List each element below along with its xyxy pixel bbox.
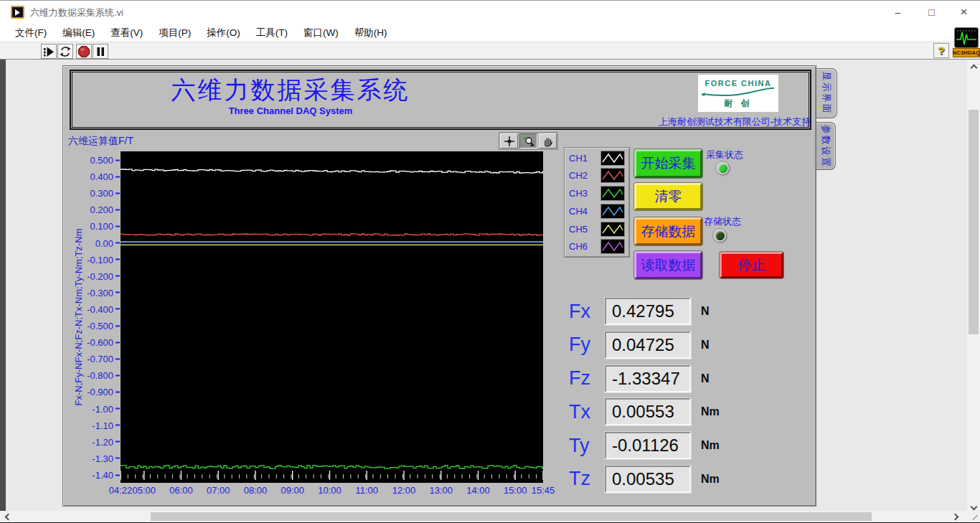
x-tick: 05:00 [132,485,156,496]
legend-item[interactable]: CH4 [569,203,625,219]
readout-unit: Nm [701,439,720,452]
vertical-scroll-thumb[interactable] [969,110,979,334]
legend-item[interactable]: CH1 [569,150,625,166]
readout-value-box: -0.01126 [605,432,691,459]
readout-value-box: 0.00535 [605,466,691,493]
company-logo: FORCE CHINA 耐 创 [698,75,778,112]
store-status-led [712,228,727,242]
zero-button[interactable]: 清零 [634,183,702,210]
x-tick: 14:00 [466,485,490,496]
y-tick: -0.400 [87,303,120,314]
scroll-up-arrow[interactable] [969,62,979,72]
readout-row-tz: Tz0.00535Nm [569,466,720,493]
zoom-tool-icon: + [522,136,535,147]
stop-button[interactable]: 停止 [720,252,783,278]
horizontal-scroll-thumb[interactable] [151,512,872,521]
legend-swatch[interactable] [600,186,625,201]
context-help-button[interactable]: ? [933,43,949,58]
legend-swatch[interactable] [600,168,625,183]
zoom-tool-button[interactable]: + [519,133,537,149]
legend-swatch[interactable] [600,151,625,166]
readout-value-box: -1.33347 [605,365,691,392]
x-tick: 09:00 [281,485,304,496]
resize-grip[interactable] [967,511,980,522]
legend-channel-label: CH2 [569,170,588,181]
tab-settings[interactable]: 参数设置 [816,122,836,170]
readout-value-box: 0.42795 [605,298,691,325]
chart-traces [121,151,543,483]
cursor-tool-icon [503,136,516,147]
menu-item[interactable]: 工具(T) [250,24,294,42]
x-tick: 04:22 [109,485,133,496]
y-tick: -1.20 [92,436,120,447]
system-subtitle: Three Channel DAQ System [122,105,459,116]
x-tick: 15:00 [504,485,527,496]
waveform-icon [955,28,978,47]
x-tick: 11:00 [355,485,378,496]
readout-label: Ty [569,435,605,457]
readout-row-fz: Fz-1.33347N [569,365,720,392]
readout-value: -0.01126 [612,435,679,456]
store-status-label: 存储状态 [704,215,741,228]
y-tick: -1.40 [92,470,120,481]
save-data-button[interactable]: 存储数据 [634,217,702,245]
readout-label: Fy [569,334,605,356]
scroll-left-arrow[interactable] [3,512,13,522]
legend-swatch[interactable] [600,222,625,237]
y-axis-label: Fx-N;Fy-NFx-N;Fz-N;Tx-Nm;Ty-Nm;Tz-Nm [73,229,84,406]
pan-tool-button[interactable] [539,133,557,149]
readout-value: 0.00535 [612,469,674,489]
x-tick: 12:00 [392,485,416,496]
vi-icon-caption: NC3HDAQ [953,48,980,57]
y-tick: -0.600 [87,337,120,348]
scroll-right-arrow[interactable] [950,512,960,522]
y-tick: -0.800 [87,370,120,381]
graph-palette: + [499,132,558,150]
readout-unit: Nm [701,405,720,418]
menu-item[interactable]: 帮助(H) [348,24,394,42]
labview-window: 六维力数据采集系统.vi – □ × 文件(F)编辑(E)查看(V)项目(P)操… [0,0,980,523]
readout-label: Tx [569,401,605,423]
toolbar [0,42,980,60]
menu-item[interactable]: 项目(P) [152,24,197,42]
menu-item[interactable]: 操作(O) [200,24,247,42]
readout-label: Fz [569,367,605,390]
tab-display[interactable]: 显示界面 [816,68,837,118]
readout-value: 0.04725 [612,335,674,355]
waveform-chart-plot[interactable] [121,151,543,483]
legend-item[interactable]: CH5 [569,221,625,237]
y-tick: -1.10 [92,420,120,430]
scroll-down-arrow[interactable] [969,501,979,512]
pan-tool-icon [542,136,555,147]
x-tick: 07:00 [207,485,230,496]
system-title: 六维力数据采集系统 [122,74,459,107]
readout-value: 0.00553 [612,402,674,422]
legend-item[interactable]: CH3 [569,186,625,202]
read-data-button[interactable]: 读取数据 [634,251,702,279]
legend-swatch[interactable] [600,239,625,254]
readout-value-box: 0.00553 [605,398,691,425]
legend-swatch[interactable] [600,204,625,219]
start-acquisition-button[interactable]: 开始采集 [634,149,702,178]
legend-item[interactable]: CH6 [569,239,625,255]
minimize-button[interactable]: – [882,1,914,24]
maximize-button[interactable]: □ [915,1,948,24]
readout-unit: N [701,305,710,318]
y-tick: -0.700 [87,354,120,364]
y-tick: -0.900 [87,387,120,397]
y-tick: -0.300 [87,287,120,298]
readout-unit: N [701,372,710,385]
legend-item[interactable]: CH2 [569,168,625,184]
close-button[interactable]: × [948,1,980,24]
readout-value: -1.33347 [612,369,680,389]
readout-row-fy: Fy0.04725N [569,331,720,359]
y-tick: 0.00 [95,237,120,248]
logo-text-force-china: FORCE CHINA [698,79,778,88]
cursor-tool-button[interactable] [500,133,518,149]
legend-channel-label: CH6 [569,241,588,252]
menu-item[interactable]: 窗口(W) [297,24,345,42]
legend-channel-label: CH3 [569,188,588,199]
title-bar: 六维力数据采集系统.vi – □ × [0,1,980,24]
x-tick: 08:00 [244,485,268,496]
y-tick: 0.400 [90,171,120,182]
